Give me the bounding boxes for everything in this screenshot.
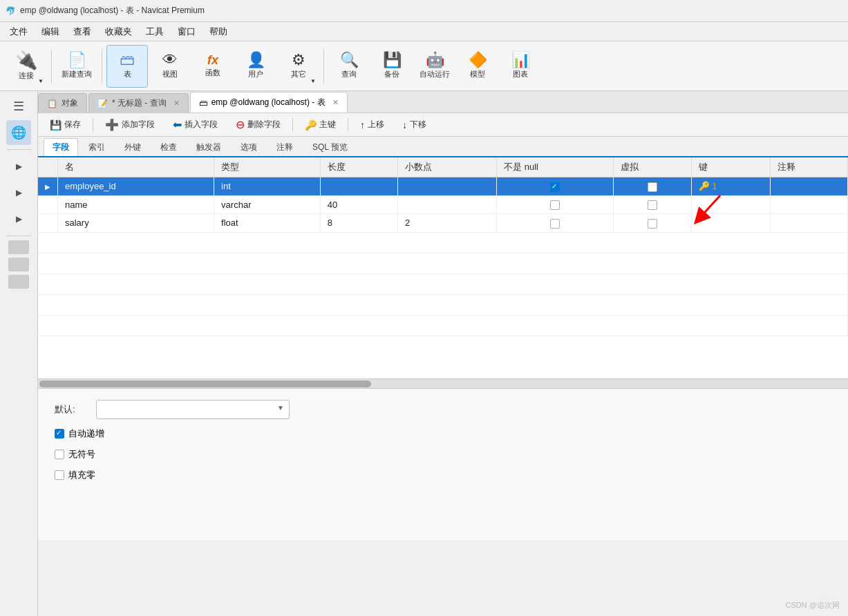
unsigned-label[interactable]: 无符号 [55,448,95,461]
btn-move-up[interactable]: ↑ 上移 [354,116,390,133]
field-virtual-3[interactable] [614,214,691,233]
tool-user[interactable]: 👤 用户 [235,45,276,88]
sub-tab-foreignkeys[interactable]: 外键 [115,138,150,156]
row-arrow-icon: ▶ [45,183,50,191]
tool-connect[interactable]: 🔌 连接 ▼ [6,45,47,88]
sidebar-icon-expand2[interactable]: ▶ [6,180,31,205]
sub-tab-comment[interactable]: 注释 [267,138,302,156]
field-notnull-2[interactable] [497,195,614,214]
sub-tab-checks[interactable]: 检查 [151,138,186,156]
btn-primary-key[interactable]: 🔑 主键 [299,116,342,133]
menu-help[interactable]: 帮助 [202,23,234,40]
sidebar-icon-nav1[interactable]: ☰ [6,94,31,119]
auto-increment-checkbox[interactable] [55,429,64,439]
tab-table[interactable]: 🗃 emp @oldwang (localhost) - 表 ✕ [190,92,348,113]
field-decimal-1[interactable] [397,177,496,196]
tab-query-icon: 📝 [97,99,108,108]
field-decimal-2[interactable] [397,195,496,214]
horizontal-scrollbar[interactable] [38,378,848,388]
field-toolbar: 💾 保存 ➕ 添加字段 ⬅ 插入字段 ⊖ 删除字段 🔑 主键 [38,113,848,137]
virtual-checkbox-2[interactable] [648,200,657,210]
sidebar-icon-expand1[interactable]: ▶ [6,154,31,179]
table-row[interactable]: ▶ employee_id int 🔑 [38,177,848,196]
btn-save[interactable]: 💾 保存 [44,116,87,133]
add-field-label: 添加字段 [122,119,155,131]
virtual-checkbox-1[interactable] [648,182,657,192]
sub-tab-sqlpreview[interactable]: SQL 预览 [303,138,357,156]
tool-table[interactable]: 🗃 表 [106,45,148,88]
btn-insert-field[interactable]: ⬅ 插入字段 [167,115,224,134]
field-name-1[interactable]: employee_id [58,177,214,196]
sub-tab-options[interactable]: 选项 [232,138,266,156]
tool-model[interactable]: 🔶 模型 [457,45,498,88]
save-label: 保存 [64,119,81,131]
btn-add-field[interactable]: ➕ 添加字段 [99,115,161,134]
move-down-icon: ↓ [402,119,407,131]
new-query-icon: 📄 [68,52,86,68]
tool-query[interactable]: 🔍 查询 [328,45,370,88]
table-container: 名 类型 长度 小数点 不是 null 虚拟 键 注释 ▶ [38,157,848,378]
sub-tab-fields[interactable]: 字段 [44,138,78,156]
btn-move-down[interactable]: ↓ 下移 [396,116,433,133]
scrollbar-thumb[interactable] [39,381,371,387]
menu-tools[interactable]: 工具 [139,23,171,40]
field-comment-3[interactable] [770,214,847,233]
unsigned-checkbox[interactable] [55,450,64,459]
unsigned-text: 无符号 [68,448,95,461]
menu-file[interactable]: 文件 [3,23,35,40]
field-notnull-3[interactable] [497,214,614,233]
menu-edit[interactable]: 编辑 [35,23,66,40]
sidebar-icon-item1[interactable] [8,240,29,254]
sidebar-icon-nav2[interactable]: 🌐 [6,120,31,145]
field-comment-2[interactable] [770,195,847,214]
field-notnull-1[interactable] [497,177,614,196]
field-virtual-1[interactable] [614,177,691,196]
table-row[interactable]: name varchar 40 [38,195,848,214]
menu-bar: 文件 编辑 查看 收藏夹 工具 窗口 帮助 [0,22,848,41]
tab-table-close[interactable]: ✕ [332,98,339,107]
auto-increment-label[interactable]: 自动递增 [55,427,104,440]
sidebar-icon-item2[interactable] [8,258,29,271]
menu-view[interactable]: 查看 [66,23,98,40]
default-select[interactable] [96,400,290,419]
field-comment-1[interactable] [770,177,847,196]
tool-other[interactable]: ⚙ 其它 ▼ [278,45,319,88]
field-decimal-3[interactable]: 2 [397,214,496,233]
menu-favorites[interactable]: 收藏夹 [98,23,139,40]
tool-view[interactable]: 👁 视图 [149,45,191,88]
field-type-1[interactable]: int [214,177,321,196]
virtual-checkbox-3[interactable] [648,219,657,229]
menu-window[interactable]: 窗口 [171,23,202,40]
field-length-2[interactable]: 40 [320,195,397,214]
notnull-checkbox-2[interactable] [550,200,560,210]
tool-backup[interactable]: 💾 备份 [371,45,413,88]
field-name-3[interactable]: salary [58,214,214,233]
field-virtual-2[interactable] [614,195,691,214]
tool-autorun[interactable]: 🤖 自动运行 [414,45,455,88]
field-type-2[interactable]: varchar [214,195,321,214]
sub-tab-indexes[interactable]: 索引 [79,138,114,156]
tool-new-query[interactable]: 📄 新建查询 [56,45,97,88]
tab-query-close[interactable]: ✕ [173,99,180,108]
field-length-1[interactable] [320,177,397,196]
function-label: 函数 [205,68,220,78]
move-down-label: 下移 [410,119,426,131]
row-marker-2 [38,195,58,214]
sidebar-icon-item3[interactable] [8,275,29,289]
tool-function[interactable]: fx 函数 [192,45,234,88]
tab-objects[interactable]: 📋 对象 [38,93,87,113]
zerofill-label[interactable]: 填充零 [55,469,95,481]
notnull-checkbox-3[interactable] [550,219,560,229]
field-type-3[interactable]: float [214,214,321,233]
sub-tab-triggers[interactable]: 触发器 [187,138,230,156]
table-row[interactable]: salary float 8 2 [38,214,848,233]
zerofill-checkbox[interactable] [55,470,64,480]
table-row-empty [38,253,848,273]
notnull-checkbox-1[interactable] [550,182,560,192]
btn-delete-field[interactable]: ⊖ 删除字段 [229,115,287,134]
tool-chart[interactable]: 📊 图表 [500,45,541,88]
tab-query[interactable]: 📝 * 无标题 - 查询 ✕ [88,93,189,113]
sidebar-icon-expand3[interactable]: ▶ [6,206,31,231]
field-name-2[interactable]: name [58,195,214,214]
field-length-3[interactable]: 8 [320,214,397,233]
